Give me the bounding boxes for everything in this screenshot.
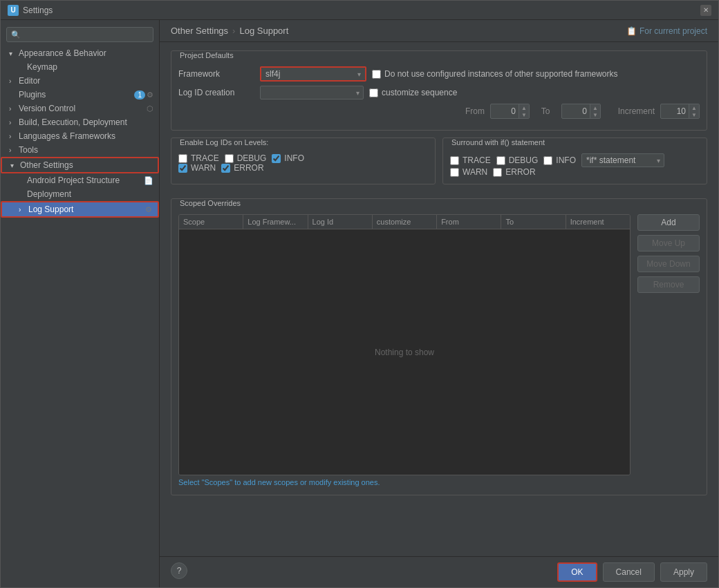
arrow-icon: › — [9, 146, 16, 154]
to-spin-down[interactable]: ▼ — [590, 111, 600, 118]
increment-spin-up[interactable]: ▲ — [689, 104, 699, 111]
sidebar-item-label: Android Project Structure — [27, 176, 144, 185]
trace-checkbox[interactable] — [178, 154, 187, 163]
to-input[interactable] — [562, 105, 590, 117]
main-content: 🔍 ▾ Appearance & Behavior Keymap › Edito… — [1, 20, 718, 587]
arrow-icon: › — [9, 105, 16, 113]
settings-icon: ⚙ — [147, 91, 153, 99]
statement-select[interactable]: *if* statement — [581, 153, 664, 167]
error-text: ERROR — [234, 163, 263, 173]
sidebar-item-log-support[interactable]: › Log Support ⚙ — [1, 201, 159, 218]
sidebar-item-build[interactable]: › Build, Execution, Deployment — [1, 115, 159, 129]
s-info-label[interactable]: INFO — [543, 155, 576, 165]
move-down-button[interactable]: Move Down — [637, 256, 700, 272]
warn-checkbox[interactable] — [178, 164, 187, 173]
section-header-row: Enable Log IDs on Levels: — [171, 138, 435, 149]
sidebar: 🔍 ▾ Appearance & Behavior Keymap › Edito… — [1, 20, 160, 587]
sidebar-item-label: Version Control — [19, 104, 147, 113]
bottom-bar: ? OK Cancel Apply — [160, 556, 718, 587]
app-icon: U — [8, 5, 19, 16]
for-project: 📋 For current project — [626, 26, 707, 36]
sidebar-item-label: Build, Execution, Deployment — [19, 117, 153, 127]
add-button[interactable]: Add — [637, 214, 700, 231]
col-log-id: Log Id — [308, 215, 373, 229]
trace-label[interactable]: TRACE — [178, 153, 219, 163]
from-spin-down[interactable]: ▼ — [519, 111, 529, 118]
increment-spin-down[interactable]: ▼ — [689, 111, 699, 118]
section-header-row: Scoped Overrides — [171, 199, 707, 210]
sidebar-item-languages[interactable]: › Languages & Frameworks — [1, 129, 159, 143]
arrow-icon: › — [9, 133, 16, 140]
search-input[interactable] — [24, 30, 149, 39]
title-bar-controls: ✕ — [700, 5, 711, 16]
arrow-icon: › — [9, 119, 16, 126]
customize-sequence-label[interactable]: customize sequence — [369, 88, 457, 97]
breadcrumb-current: Log Support — [239, 26, 288, 36]
sidebar-item-appearance[interactable]: ▾ Appearance & Behavior — [1, 46, 159, 60]
sidebar-item-other-settings[interactable]: ▾ Other Settings — [1, 157, 159, 173]
col-customize: customize — [373, 215, 437, 229]
sidebar-item-plugins[interactable]: Plugins 1 ⚙ — [1, 88, 159, 102]
sidebar-item-keymap[interactable]: Keymap — [1, 60, 159, 74]
from-spin-buttons: ▲ ▼ — [519, 104, 529, 118]
col-log-framework: Log Framew... — [243, 215, 308, 229]
remove-button[interactable]: Remove — [637, 276, 700, 293]
plugins-badge: 1 — [134, 91, 145, 99]
search-box[interactable]: 🔍 — [6, 27, 153, 42]
framework-select[interactable]: slf4j log4j log4j2 java.util.logging — [261, 68, 365, 80]
s-info-text: INFO — [556, 155, 576, 165]
table-header: Scope Log Framew... Log Id customize Fro… — [179, 215, 630, 229]
enable-row-1: TRACE DEBUG INFO — [178, 153, 428, 163]
error-label[interactable]: ERROR — [221, 163, 263, 173]
log-id-row: Log ID creation ▾ customize sequence — [178, 86, 700, 99]
from-input[interactable] — [491, 105, 519, 117]
sidebar-item-version-control[interactable]: › Version Control ⬡ — [1, 102, 159, 115]
close-button[interactable]: ✕ — [700, 5, 711, 16]
error-checkbox[interactable] — [221, 164, 230, 173]
increment-input[interactable] — [661, 105, 689, 117]
framework-select-wrapper: slf4j log4j log4j2 java.util.logging ▾ — [261, 68, 365, 80]
sidebar-item-editor[interactable]: › Editor — [1, 74, 159, 88]
settings-icon: ⚙ — [145, 205, 152, 214]
project-defaults-title: Project Defaults — [177, 51, 236, 59]
help-button[interactable]: ? — [171, 562, 187, 579]
debug-label[interactable]: DEBUG — [225, 153, 267, 163]
from-spin-up[interactable]: ▲ — [519, 104, 529, 111]
project-defaults-section: Project Defaults Framework slf4j log4j l — [171, 50, 707, 131]
info-text: INFO — [284, 153, 304, 163]
increment-input-wrapper: ▲ ▼ — [660, 104, 700, 119]
from-to-row: From ▲ ▼ To — [178, 104, 700, 119]
scoped-area: Scope Log Framew... Log Id customize Fro… — [178, 214, 700, 475]
apply-button[interactable]: Apply — [660, 562, 707, 582]
s-warn-checkbox[interactable] — [450, 168, 459, 177]
customize-sequence-checkbox[interactable] — [369, 88, 378, 97]
s-trace-text: TRACE — [463, 155, 491, 165]
no-configured-label[interactable]: Do not use configured instances of other… — [372, 69, 618, 79]
sidebar-item-tools[interactable]: › Tools — [1, 143, 159, 157]
to-spin-up[interactable]: ▲ — [590, 104, 600, 111]
s-warn-label[interactable]: WARN — [450, 167, 487, 177]
cancel-button[interactable]: Cancel — [603, 562, 655, 582]
s-error-checkbox[interactable] — [493, 168, 502, 177]
section-header-row: Surround with if() statement — [443, 138, 707, 149]
log-id-select-wrapper: ▾ — [260, 86, 364, 99]
debug-checkbox[interactable] — [225, 154, 234, 163]
no-configured-checkbox[interactable] — [372, 70, 381, 79]
info-checkbox[interactable] — [272, 154, 281, 163]
s-trace-label[interactable]: TRACE — [450, 155, 491, 165]
increment-spin-buttons: ▲ ▼ — [689, 104, 699, 118]
s-debug-label[interactable]: DEBUG — [496, 155, 539, 165]
trace-text: TRACE — [191, 153, 219, 163]
move-up-button[interactable]: Move Up — [637, 235, 700, 252]
s-error-label[interactable]: ERROR — [493, 167, 535, 177]
warn-label[interactable]: WARN — [178, 163, 216, 173]
s-debug-checkbox[interactable] — [496, 156, 505, 165]
info-label[interactable]: INFO — [272, 153, 304, 163]
ok-button[interactable]: OK — [557, 562, 597, 582]
log-id-select[interactable] — [260, 86, 364, 99]
s-info-checkbox[interactable] — [543, 156, 552, 165]
sidebar-item-android-project[interactable]: Android Project Structure 📄 — [1, 173, 159, 187]
right-panel: Other Settings › Log Support 📋 For curre… — [160, 20, 718, 587]
sidebar-item-deployment[interactable]: Deployment — [1, 187, 159, 201]
s-trace-checkbox[interactable] — [450, 156, 459, 165]
